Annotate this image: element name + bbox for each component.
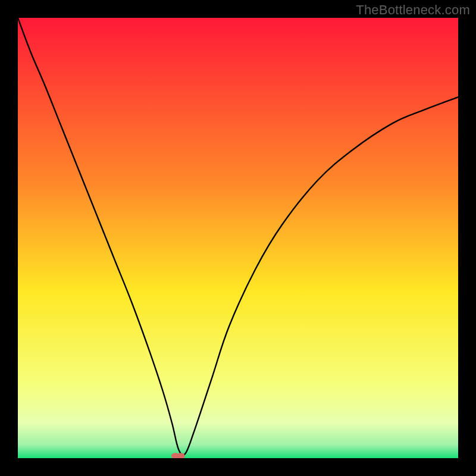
- optimum-marker-group: [171, 453, 185, 458]
- gradient-background: [18, 18, 458, 458]
- watermark-text: TheBottleneck.com: [356, 2, 470, 18]
- bottleneck-chart: [18, 18, 458, 458]
- chart-frame: TheBottleneck.com: [0, 0, 476, 476]
